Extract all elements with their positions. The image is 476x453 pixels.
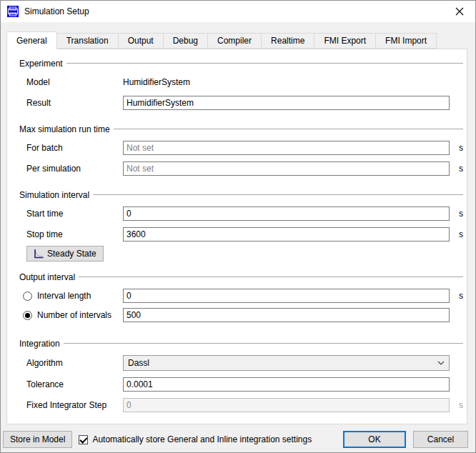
tab-compiler-label: Compiler <box>217 36 252 46</box>
per-simulation-row: Per simulation s <box>26 161 463 176</box>
chevron-down-icon <box>437 361 445 365</box>
stop-time-input[interactable] <box>123 227 450 242</box>
steady-state-button[interactable]: Steady State <box>26 246 104 262</box>
section-divider <box>66 63 463 64</box>
fixed-integrator-step-label: Fixed Integrator Step <box>26 400 123 410</box>
simulation-setup-app-icon <box>7 6 19 17</box>
tab-fmi-export[interactable]: FMI Export <box>314 33 376 49</box>
start-time-unit: s <box>450 209 463 219</box>
interval-length-unit: s <box>450 291 463 301</box>
result-row: Result <box>26 96 463 110</box>
section-integration: Integration Algorithm Dassl Tolerance <box>19 338 463 412</box>
cancel-button-label: Cancel <box>427 434 454 444</box>
result-input[interactable] <box>123 96 450 110</box>
model-label: Model <box>26 77 123 87</box>
section-divider <box>93 194 463 195</box>
tab-fmi-import[interactable]: FMI Import <box>375 33 437 49</box>
section-divider <box>79 277 463 277</box>
tab-realtime[interactable]: Realtime <box>261 33 314 49</box>
interval-length-label: Interval length <box>37 291 91 301</box>
title-bar: Simulation Setup <box>1 1 475 22</box>
tab-compiler[interactable]: Compiler <box>207 33 262 49</box>
auto-store-label: Automatically store General and Inline i… <box>92 434 312 444</box>
number-of-intervals-label: Number of intervals <box>37 310 111 320</box>
interval-length-row: Interval length s <box>23 289 463 303</box>
section-output-interval-title: Output interval <box>19 272 75 282</box>
interval-length-radio[interactable] <box>23 292 32 301</box>
fixed-integrator-step-input <box>123 398 450 412</box>
number-of-intervals-radio[interactable] <box>23 311 32 320</box>
section-max-run-time: Max simulation run time For batch s Per … <box>19 124 463 176</box>
algorithm-selected-value: Dassl <box>128 358 437 368</box>
section-experiment-title: Experiment <box>19 59 63 69</box>
tolerance-row: Tolerance <box>26 377 463 392</box>
section-output-interval: Output interval Interval length s Number… <box>19 272 463 322</box>
store-in-model-button[interactable]: Store in Model <box>3 431 72 448</box>
tab-output[interactable]: Output <box>118 33 164 49</box>
store-in-model-label: Store in Model <box>10 434 65 444</box>
tab-debug[interactable]: Debug <box>163 33 208 49</box>
section-experiment: Experiment Model HumidifierSystem Result <box>19 58 463 110</box>
model-value: HumidifierSystem <box>123 77 450 87</box>
interval-length-input[interactable] <box>123 289 450 303</box>
for-batch-input[interactable] <box>123 141 450 155</box>
section-divider <box>64 343 463 344</box>
stop-time-unit: s <box>450 229 463 239</box>
stop-time-label: Stop time <box>26 229 123 239</box>
fixed-integrator-step-unit: s <box>450 400 463 410</box>
tab-realtime-label: Realtime <box>271 36 304 46</box>
tab-bar: General Translation Output Debug Compile… <box>6 31 475 49</box>
section-simulation-interval: Simulation interval Start time s Stop ti… <box>19 189 463 262</box>
algorithm-select[interactable]: Dassl <box>123 355 450 371</box>
ok-button-label: OK <box>368 434 380 444</box>
tolerance-input[interactable] <box>123 377 450 392</box>
steady-state-button-label: Steady State <box>47 249 96 259</box>
for-batch-label: For batch <box>26 143 123 153</box>
footer-bar: Store in Model Automatically store Gener… <box>1 424 475 453</box>
steady-state-plot-icon <box>34 249 44 259</box>
number-of-intervals-input[interactable] <box>123 308 450 322</box>
tab-translation-label: Translation <box>66 36 109 46</box>
section-divider <box>114 129 463 129</box>
number-of-intervals-row: Number of intervals <box>23 308 463 322</box>
tab-general[interactable]: General <box>6 31 57 49</box>
for-batch-unit: s <box>450 143 463 153</box>
general-tab-panel: Experiment Model HumidifierSystem Result… <box>6 49 467 424</box>
tab-output-label: Output <box>128 36 154 46</box>
per-simulation-unit: s <box>450 164 463 174</box>
algorithm-label: Algorithm <box>26 358 123 368</box>
close-icon <box>455 7 464 16</box>
algorithm-row: Algorithm Dassl <box>26 355 463 371</box>
stop-time-row: Stop time s <box>26 227 463 242</box>
cancel-button[interactable]: Cancel <box>413 431 468 448</box>
start-time-input[interactable] <box>123 206 450 221</box>
close-button[interactable] <box>444 1 475 21</box>
result-label: Result <box>26 98 123 108</box>
per-simulation-label: Per simulation <box>26 164 123 174</box>
ok-button[interactable]: OK <box>343 431 406 448</box>
tolerance-label: Tolerance <box>26 379 123 389</box>
start-time-row: Start time s <box>26 206 463 221</box>
simulation-setup-dialog: Simulation Setup General Translation Out… <box>0 0 476 453</box>
start-time-label: Start time <box>26 209 123 219</box>
tab-debug-label: Debug <box>173 36 198 46</box>
per-simulation-input[interactable] <box>123 161 450 176</box>
auto-store-checkbox[interactable] <box>79 435 88 444</box>
model-row: Model HumidifierSystem <box>26 75 463 89</box>
section-simulation-interval-title: Simulation interval <box>19 190 89 200</box>
tab-fmi-export-label: FMI Export <box>324 36 366 46</box>
window-title: Simulation Setup <box>24 6 89 16</box>
section-integration-title: Integration <box>19 339 60 349</box>
tab-translation[interactable]: Translation <box>56 33 119 49</box>
tab-fmi-import-label: FMI Import <box>385 36 427 46</box>
for-batch-row: For batch s <box>26 141 463 155</box>
fixed-integrator-step-row: Fixed Integrator Step s <box>26 398 463 412</box>
section-max-run-time-title: Max simulation run time <box>19 124 110 134</box>
tab-general-label: General <box>16 36 47 46</box>
